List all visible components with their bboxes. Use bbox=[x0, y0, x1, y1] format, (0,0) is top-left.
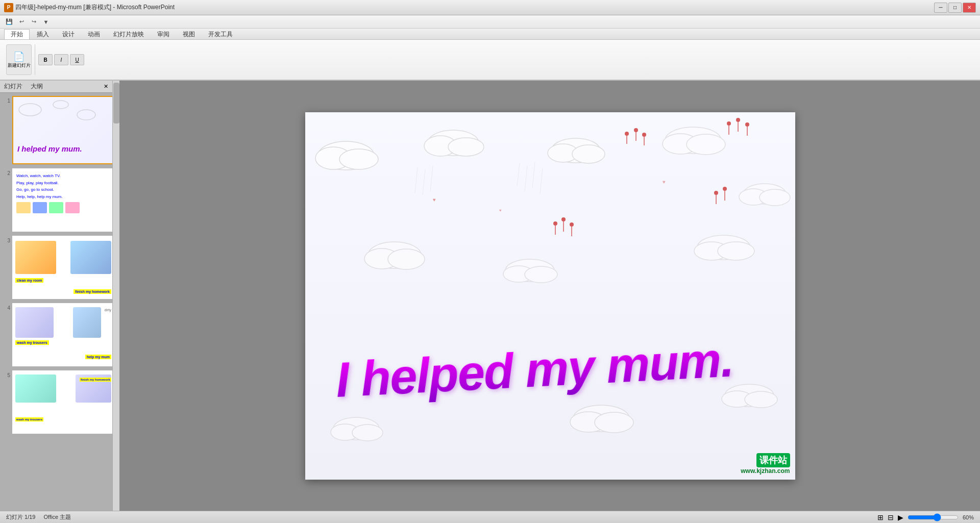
watermark: 课件站 www.kjzhan.com bbox=[741, 453, 790, 475]
slide-count: 幻灯片 1/19 bbox=[6, 513, 35, 521]
maximize-button[interactable]: □ bbox=[948, 3, 962, 13]
slide2-line4: Help, help, help my mum. bbox=[16, 193, 110, 201]
minimize-button[interactable]: ─ bbox=[934, 3, 947, 13]
title-bar-left: P 四年级]-helped-my-mum [兼容模式] - Microsoft … bbox=[4, 3, 175, 12]
tab-start[interactable]: 开始 bbox=[4, 29, 30, 39]
tab-insert[interactable]: 插入 bbox=[31, 29, 55, 39]
slide-thumb-3[interactable]: clean my room finish my homework bbox=[12, 236, 112, 299]
watermark-url: www.kjzhan.com bbox=[741, 467, 790, 475]
svg-point-1 bbox=[77, 110, 95, 120]
panel-close-button[interactable]: ✕ bbox=[104, 83, 108, 90]
slide3-label1: clean my room bbox=[15, 278, 43, 283]
window-controls: ─ □ ✕ bbox=[934, 3, 976, 13]
slide4-label2: help my mum bbox=[85, 355, 111, 359]
ribbon-tabs: 开始 插入 设计 动画 幻灯片放映 审阅 视图 开发工具 bbox=[0, 29, 980, 40]
view-slideshow-button[interactable]: ▶ bbox=[898, 513, 903, 521]
italic-button[interactable]: I bbox=[54, 54, 68, 65]
slide2-line1: Watch, watch, watch TV. bbox=[16, 172, 110, 180]
redo-button[interactable]: ↪ bbox=[29, 17, 39, 27]
slide2-line3: Go, go, go to school. bbox=[16, 186, 110, 193]
panel-header: 幻灯片 大纲 ✕ bbox=[0, 81, 112, 93]
slide2-line2: Play, play, play football. bbox=[16, 180, 110, 187]
slide-thumb-5[interactable]: finish my homework wash my trousers bbox=[12, 370, 112, 434]
slides-panel-wrapper: 幻灯片 大纲 ✕ 1 bbox=[0, 81, 120, 511]
tab-review[interactable]: 审阅 bbox=[151, 29, 176, 39]
slide-background bbox=[305, 112, 795, 480]
view-slide-sorter-button[interactable]: ⊟ bbox=[888, 513, 894, 521]
bold-button[interactable]: B bbox=[38, 54, 53, 65]
canvas-area: ♥ ♥ ♥ I helped my mum. bbox=[120, 81, 980, 511]
quick-toolbar: 💾 ↩ ↪ ▼ bbox=[0, 15, 980, 29]
save-button[interactable]: 💾 bbox=[4, 17, 14, 27]
slide1-title: I helped my mum. bbox=[17, 144, 82, 153]
tab-view[interactable]: 视图 bbox=[177, 29, 201, 39]
slide5-label1: finish my homework bbox=[80, 378, 111, 382]
zoom-slider[interactable] bbox=[908, 513, 959, 521]
svg-point-2 bbox=[53, 101, 68, 109]
zoom-level: 60% bbox=[963, 514, 974, 520]
title-bar: P 四年级]-helped-my-mum [兼容模式] - Microsoft … bbox=[0, 0, 980, 15]
slide-thumb-1[interactable]: I helped my mum. bbox=[12, 96, 112, 164]
slide-item-2[interactable]: 2 Watch, watch, watch TV. Play, play, pl… bbox=[2, 167, 112, 233]
panel-tab-outline[interactable]: 大纲 bbox=[31, 82, 43, 91]
slide-item-5[interactable]: 5 finish my homework wash my trousers bbox=[2, 369, 112, 435]
status-bar: 幻灯片 1/19 Office 主题 ⊞ ⊟ ▶ 60% bbox=[0, 511, 980, 523]
main-area: 幻灯片 大纲 ✕ 1 bbox=[0, 81, 980, 511]
underline-button[interactable]: U bbox=[70, 54, 84, 65]
view-normal-button[interactable]: ⊞ bbox=[877, 513, 884, 521]
tab-animation[interactable]: 动画 bbox=[82, 29, 106, 39]
theme-name: Office 主题 bbox=[43, 513, 71, 521]
slide-item-1[interactable]: 1 I helped my mum. bbox=[2, 95, 112, 165]
watermark-logo: 课件站 bbox=[756, 453, 790, 467]
slide-canvas[interactable]: ♥ ♥ ♥ I helped my mum. bbox=[305, 112, 795, 480]
tab-developer[interactable]: 开发工具 bbox=[202, 29, 239, 39]
customize-button[interactable]: ▼ bbox=[41, 17, 51, 27]
tab-design[interactable]: 设计 bbox=[56, 29, 81, 39]
slide5-label2: wash my trousers bbox=[15, 417, 43, 421]
window-title: 四年级]-helped-my-mum [兼容模式] - Microsoft Po… bbox=[15, 3, 175, 12]
ribbon-toolbar: 📄 新建幻灯片 B I U bbox=[0, 40, 980, 81]
svg-point-0 bbox=[19, 104, 41, 116]
panel-tab-slides[interactable]: 幻灯片 bbox=[4, 82, 22, 91]
app-icon: P bbox=[4, 3, 13, 12]
panel-scrollbar[interactable] bbox=[112, 81, 119, 511]
new-slide-button[interactable]: 📄 新建幻灯片 bbox=[6, 44, 32, 75]
slide4-label1: wash my trousers bbox=[15, 340, 49, 345]
scrollbar-thumb[interactable] bbox=[113, 83, 119, 123]
slide-item-3[interactable]: 3 clean my room finish my homework bbox=[2, 235, 112, 300]
slide3-label2: finish my homework bbox=[74, 289, 111, 294]
slide-thumb-4[interactable]: dirty wash my trousers help my mum bbox=[12, 303, 112, 366]
slide-item-4[interactable]: 4 dirty wash my trousers help my mum bbox=[2, 302, 112, 367]
close-button[interactable]: ✕ bbox=[963, 3, 976, 13]
tab-slideshow[interactable]: 幻灯片放映 bbox=[107, 29, 150, 39]
slide4-dirty: dirty bbox=[105, 308, 111, 312]
slide-thumb-2[interactable]: Watch, watch, watch TV. Play, play, play… bbox=[12, 168, 112, 232]
slides-list: 1 I helped my mum. bbox=[0, 93, 112, 511]
undo-button[interactable]: ↩ bbox=[16, 17, 27, 27]
